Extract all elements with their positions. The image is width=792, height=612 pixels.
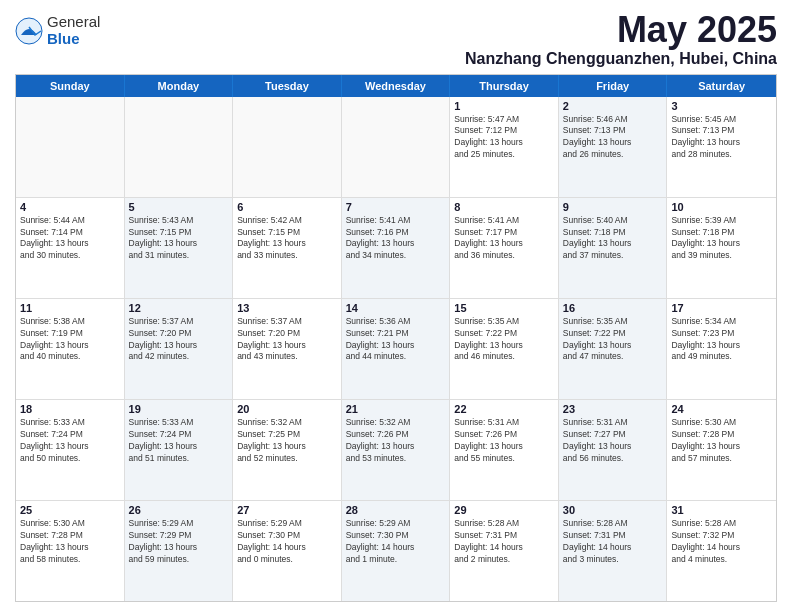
day-number: 4 xyxy=(20,201,120,213)
empty-cell-0-1 xyxy=(125,97,234,197)
day-number: 30 xyxy=(563,504,663,516)
location-title: Nanzhang Chengguanzhen, Hubei, China xyxy=(465,50,777,68)
day-info: Sunrise: 5:30 AM Sunset: 7:28 PM Dayligh… xyxy=(671,417,772,465)
empty-cell-0-2 xyxy=(233,97,342,197)
calendar-header: SundayMondayTuesdayWednesdayThursdayFrid… xyxy=(16,75,776,97)
empty-cell-0-0 xyxy=(16,97,125,197)
day-cell-7: 7Sunrise: 5:41 AM Sunset: 7:16 PM Daylig… xyxy=(342,198,451,298)
logo: General Blue xyxy=(15,14,100,47)
day-number: 26 xyxy=(129,504,229,516)
logo-general-label: General xyxy=(47,14,100,31)
day-info: Sunrise: 5:29 AM Sunset: 7:30 PM Dayligh… xyxy=(346,518,446,566)
day-cell-16: 16Sunrise: 5:35 AM Sunset: 7:22 PM Dayli… xyxy=(559,299,668,399)
day-number: 11 xyxy=(20,302,120,314)
weekday-header-saturday: Saturday xyxy=(667,75,776,97)
day-number: 23 xyxy=(563,403,663,415)
day-cell-12: 12Sunrise: 5:37 AM Sunset: 7:20 PM Dayli… xyxy=(125,299,234,399)
day-cell-28: 28Sunrise: 5:29 AM Sunset: 7:30 PM Dayli… xyxy=(342,501,451,601)
day-cell-18: 18Sunrise: 5:33 AM Sunset: 7:24 PM Dayli… xyxy=(16,400,125,500)
logo-blue-label: Blue xyxy=(47,31,100,48)
day-cell-14: 14Sunrise: 5:36 AM Sunset: 7:21 PM Dayli… xyxy=(342,299,451,399)
day-number: 27 xyxy=(237,504,337,516)
day-info: Sunrise: 5:37 AM Sunset: 7:20 PM Dayligh… xyxy=(129,316,229,364)
day-cell-22: 22Sunrise: 5:31 AM Sunset: 7:26 PM Dayli… xyxy=(450,400,559,500)
weekday-header-friday: Friday xyxy=(559,75,668,97)
day-number: 16 xyxy=(563,302,663,314)
day-number: 25 xyxy=(20,504,120,516)
day-number: 22 xyxy=(454,403,554,415)
day-cell-11: 11Sunrise: 5:38 AM Sunset: 7:19 PM Dayli… xyxy=(16,299,125,399)
day-info: Sunrise: 5:46 AM Sunset: 7:13 PM Dayligh… xyxy=(563,114,663,162)
day-number: 31 xyxy=(671,504,772,516)
day-cell-31: 31Sunrise: 5:28 AM Sunset: 7:32 PM Dayli… xyxy=(667,501,776,601)
logo-icon xyxy=(15,17,43,45)
day-cell-25: 25Sunrise: 5:30 AM Sunset: 7:28 PM Dayli… xyxy=(16,501,125,601)
day-cell-1: 1Sunrise: 5:47 AM Sunset: 7:12 PM Daylig… xyxy=(450,97,559,197)
calendar-row-2: 11Sunrise: 5:38 AM Sunset: 7:19 PM Dayli… xyxy=(16,298,776,399)
day-info: Sunrise: 5:35 AM Sunset: 7:22 PM Dayligh… xyxy=(563,316,663,364)
empty-cell-0-3 xyxy=(342,97,451,197)
logo-text: General Blue xyxy=(47,14,100,47)
weekday-header-tuesday: Tuesday xyxy=(233,75,342,97)
day-info: Sunrise: 5:32 AM Sunset: 7:25 PM Dayligh… xyxy=(237,417,337,465)
day-number: 13 xyxy=(237,302,337,314)
day-cell-3: 3Sunrise: 5:45 AM Sunset: 7:13 PM Daylig… xyxy=(667,97,776,197)
day-number: 15 xyxy=(454,302,554,314)
day-cell-4: 4Sunrise: 5:44 AM Sunset: 7:14 PM Daylig… xyxy=(16,198,125,298)
calendar-row-1: 4Sunrise: 5:44 AM Sunset: 7:14 PM Daylig… xyxy=(16,197,776,298)
day-cell-30: 30Sunrise: 5:28 AM Sunset: 7:31 PM Dayli… xyxy=(559,501,668,601)
day-number: 7 xyxy=(346,201,446,213)
day-info: Sunrise: 5:40 AM Sunset: 7:18 PM Dayligh… xyxy=(563,215,663,263)
day-info: Sunrise: 5:41 AM Sunset: 7:16 PM Dayligh… xyxy=(346,215,446,263)
day-cell-27: 27Sunrise: 5:29 AM Sunset: 7:30 PM Dayli… xyxy=(233,501,342,601)
day-number: 17 xyxy=(671,302,772,314)
calendar-row-0: 1Sunrise: 5:47 AM Sunset: 7:12 PM Daylig… xyxy=(16,97,776,197)
header-right: May 2025 Nanzhang Chengguanzhen, Hubei, … xyxy=(465,10,777,68)
day-cell-21: 21Sunrise: 5:32 AM Sunset: 7:26 PM Dayli… xyxy=(342,400,451,500)
day-info: Sunrise: 5:31 AM Sunset: 7:27 PM Dayligh… xyxy=(563,417,663,465)
day-info: Sunrise: 5:28 AM Sunset: 7:31 PM Dayligh… xyxy=(454,518,554,566)
day-info: Sunrise: 5:38 AM Sunset: 7:19 PM Dayligh… xyxy=(20,316,120,364)
calendar: SundayMondayTuesdayWednesdayThursdayFrid… xyxy=(15,74,777,602)
day-info: Sunrise: 5:29 AM Sunset: 7:29 PM Dayligh… xyxy=(129,518,229,566)
day-number: 10 xyxy=(671,201,772,213)
day-number: 20 xyxy=(237,403,337,415)
day-info: Sunrise: 5:42 AM Sunset: 7:15 PM Dayligh… xyxy=(237,215,337,263)
day-number: 29 xyxy=(454,504,554,516)
day-cell-2: 2Sunrise: 5:46 AM Sunset: 7:13 PM Daylig… xyxy=(559,97,668,197)
day-cell-17: 17Sunrise: 5:34 AM Sunset: 7:23 PM Dayli… xyxy=(667,299,776,399)
day-number: 21 xyxy=(346,403,446,415)
day-info: Sunrise: 5:45 AM Sunset: 7:13 PM Dayligh… xyxy=(671,114,772,162)
day-cell-5: 5Sunrise: 5:43 AM Sunset: 7:15 PM Daylig… xyxy=(125,198,234,298)
day-info: Sunrise: 5:30 AM Sunset: 7:28 PM Dayligh… xyxy=(20,518,120,566)
day-number: 2 xyxy=(563,100,663,112)
day-info: Sunrise: 5:28 AM Sunset: 7:31 PM Dayligh… xyxy=(563,518,663,566)
day-info: Sunrise: 5:43 AM Sunset: 7:15 PM Dayligh… xyxy=(129,215,229,263)
month-title: May 2025 xyxy=(465,10,777,50)
day-info: Sunrise: 5:31 AM Sunset: 7:26 PM Dayligh… xyxy=(454,417,554,465)
day-cell-23: 23Sunrise: 5:31 AM Sunset: 7:27 PM Dayli… xyxy=(559,400,668,500)
day-info: Sunrise: 5:35 AM Sunset: 7:22 PM Dayligh… xyxy=(454,316,554,364)
day-info: Sunrise: 5:33 AM Sunset: 7:24 PM Dayligh… xyxy=(129,417,229,465)
weekday-header-thursday: Thursday xyxy=(450,75,559,97)
calendar-row-4: 25Sunrise: 5:30 AM Sunset: 7:28 PM Dayli… xyxy=(16,500,776,601)
weekday-header-sunday: Sunday xyxy=(16,75,125,97)
day-cell-24: 24Sunrise: 5:30 AM Sunset: 7:28 PM Dayli… xyxy=(667,400,776,500)
day-info: Sunrise: 5:39 AM Sunset: 7:18 PM Dayligh… xyxy=(671,215,772,263)
day-number: 24 xyxy=(671,403,772,415)
day-cell-13: 13Sunrise: 5:37 AM Sunset: 7:20 PM Dayli… xyxy=(233,299,342,399)
day-cell-26: 26Sunrise: 5:29 AM Sunset: 7:29 PM Dayli… xyxy=(125,501,234,601)
day-number: 14 xyxy=(346,302,446,314)
day-cell-15: 15Sunrise: 5:35 AM Sunset: 7:22 PM Dayli… xyxy=(450,299,559,399)
day-number: 18 xyxy=(20,403,120,415)
day-info: Sunrise: 5:41 AM Sunset: 7:17 PM Dayligh… xyxy=(454,215,554,263)
day-info: Sunrise: 5:33 AM Sunset: 7:24 PM Dayligh… xyxy=(20,417,120,465)
day-info: Sunrise: 5:36 AM Sunset: 7:21 PM Dayligh… xyxy=(346,316,446,364)
day-number: 12 xyxy=(129,302,229,314)
day-cell-19: 19Sunrise: 5:33 AM Sunset: 7:24 PM Dayli… xyxy=(125,400,234,500)
day-number: 19 xyxy=(129,403,229,415)
day-cell-8: 8Sunrise: 5:41 AM Sunset: 7:17 PM Daylig… xyxy=(450,198,559,298)
day-info: Sunrise: 5:32 AM Sunset: 7:26 PM Dayligh… xyxy=(346,417,446,465)
day-number: 28 xyxy=(346,504,446,516)
day-number: 9 xyxy=(563,201,663,213)
